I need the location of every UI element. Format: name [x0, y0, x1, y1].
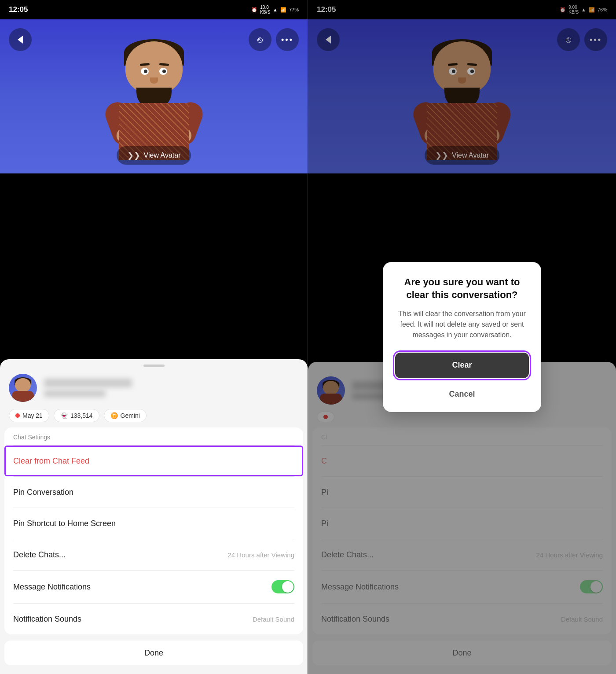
profile-name-blurred-left	[44, 379, 132, 387]
tag-dot-red-left	[15, 413, 20, 418]
message-notifications-item-left[interactable]: Message Notifications	[4, 571, 303, 603]
done-btn-container-left: Done	[0, 634, 308, 674]
chevron-down-icon-left: ❯❯	[127, 151, 140, 160]
avatar-nose-left	[150, 77, 158, 84]
signal-icon-left: 📶	[280, 7, 286, 13]
notification-sounds-item-left[interactable]: Notification Sounds Default Sound	[4, 604, 303, 634]
mini-body-left	[12, 391, 34, 402]
settings-header-left: Chat Settings	[4, 427, 303, 445]
status-time-left: 12:05	[9, 5, 28, 14]
avatar-pupil-right-l	[162, 70, 166, 73]
gemini-icon-left: ♊	[110, 412, 118, 419]
avatar-body-left	[97, 33, 211, 160]
status-bar-left: 12:05 ⏰ 10.0KB/S ▲ 📶 77%	[0, 0, 308, 19]
dialog-overlay: Are you sure you want to clear this conv…	[308, 0, 616, 674]
bottom-sheet-left: May 21 👻 133,514 ♊ Gemini Chat Settings …	[0, 359, 308, 674]
delete-chats-item-left[interactable]: Delete Chats... 24 Hours after Viewing	[4, 539, 303, 570]
share-button-left[interactable]: ⎋	[249, 28, 271, 51]
message-notifications-label-left: Message Notifications	[13, 582, 91, 592]
pin-shortcut-label: Pin Shortcut to Home Screen	[13, 519, 116, 528]
avatar-area-left: ⎋ •••	[0, 19, 308, 173]
clear-from-chat-label: Clear from Chat Feed	[13, 457, 89, 466]
profile-row-left	[0, 374, 308, 409]
status-icons-left: ⏰ 10.0KB/S ▲ 📶 77%	[251, 5, 299, 15]
clear-confirmation-dialog: Are you sure you want to clear this conv…	[383, 262, 541, 412]
avatar-eye-right-l	[159, 68, 167, 75]
dialog-cancel-button[interactable]: Cancel	[395, 385, 529, 403]
data-speed-left: 10.0KB/S	[260, 5, 270, 15]
view-avatar-button-left[interactable]: ❯❯ View Avatar	[117, 146, 191, 165]
tag-score-left[interactable]: 👻 133,514	[54, 409, 99, 422]
more-icon-left: •••	[281, 35, 293, 44]
avatar-eyebrow-left-l	[139, 63, 149, 66]
clock-icon: ⏰	[251, 7, 257, 13]
sheet-handle-left	[143, 365, 165, 367]
dialog-title: Are you sure you want to clear this conv…	[395, 276, 529, 301]
avatar-eye-left-l	[141, 68, 149, 75]
tag-zodiac-label-left: Gemini	[121, 412, 140, 419]
profile-avatar-left	[9, 374, 37, 402]
profile-sub-blurred-left	[44, 390, 106, 397]
left-phone: 12:05 ⏰ 10.0KB/S ▲ 📶 77% ⎋ •••	[0, 0, 308, 674]
tag-score-label-left: 133,514	[70, 412, 93, 419]
chevron-left-icon	[18, 36, 23, 44]
ghost-icon-left: 👻	[60, 412, 68, 419]
notification-sounds-value-left: Default Sound	[253, 615, 294, 623]
avatar-pupil-left-l	[144, 70, 147, 73]
tags-row-left: May 21 👻 133,514 ♊ Gemini	[0, 409, 308, 422]
wifi-icon-left: ▲	[273, 7, 278, 12]
settings-section-left: Chat Settings Clear from Chat Feed Pin C…	[4, 427, 303, 634]
tag-zodiac-left[interactable]: ♊ Gemini	[104, 409, 147, 422]
message-notifications-toggle-left[interactable]	[271, 580, 294, 593]
notification-sounds-label-left: Notification Sounds	[13, 615, 81, 624]
delete-chats-value-left: 24 Hours after Viewing	[228, 551, 294, 559]
view-avatar-label-left: View Avatar	[144, 151, 181, 159]
more-button-left[interactable]: •••	[276, 28, 299, 51]
done-button-left[interactable]: Done	[4, 641, 303, 665]
battery-left: 77%	[289, 7, 299, 12]
clear-from-chat-item[interactable]: Clear from Chat Feed	[4, 446, 303, 476]
avatar-eyebrow-right-l	[159, 63, 169, 66]
profile-info-left	[44, 379, 299, 397]
mini-head-left	[15, 378, 31, 392]
right-phone: 12:05 ⏰ 9.00KB/S ▲ 📶 76% ⎋ •••	[308, 0, 616, 674]
pin-conversation-label: Pin Conversation	[13, 488, 73, 497]
toggle-knob-left	[282, 581, 293, 593]
avatar-head-left	[125, 41, 183, 94]
back-button-left[interactable]	[9, 28, 32, 51]
pin-conversation-item[interactable]: Pin Conversation	[4, 477, 303, 508]
nav-btn-group-left: ⎋ •••	[249, 28, 299, 51]
tag-date-left[interactable]: May 21	[9, 409, 49, 422]
share-icon-left: ⎋	[257, 35, 263, 45]
dialog-body: This will clear the conversation from yo…	[395, 309, 529, 340]
tag-date-label-left: May 21	[22, 412, 43, 419]
pin-shortcut-item[interactable]: Pin Shortcut to Home Screen	[4, 508, 303, 539]
delete-chats-label-left: Delete Chats...	[13, 550, 66, 560]
dialog-clear-button[interactable]: Clear	[395, 353, 529, 378]
avatar-figure-left	[84, 26, 224, 167]
